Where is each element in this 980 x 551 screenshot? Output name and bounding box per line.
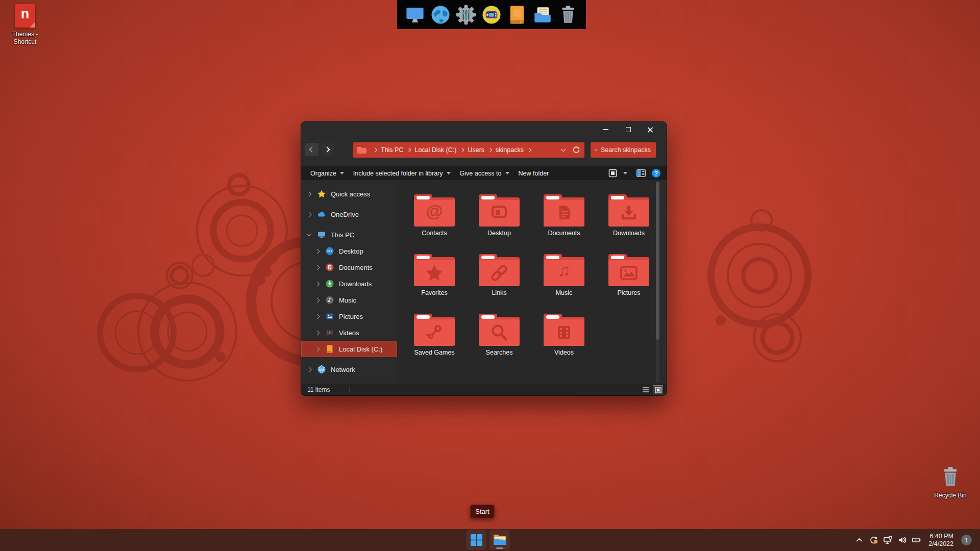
drive-icon[interactable] [506,4,528,26]
battery-charging-icon[interactable] [912,536,921,544]
music-circle-icon [325,295,334,305]
folder-tile-videos[interactable]: Videos [534,313,594,373]
folder-tile-links[interactable]: Links [469,254,529,313]
folder-tile-searches[interactable]: Searches [469,313,529,373]
sidebar-item-onedrive[interactable]: OneDrive [301,206,397,222]
folder-tile-contacts[interactable]: @ Contacts [404,194,464,254]
folded-corner [30,22,35,28]
sidebar-item-videos[interactable]: Videos [301,324,397,341]
file-explorer-taskbar-button[interactable] [489,530,510,550]
folder-tile-desktop[interactable]: Desktop [469,194,529,254]
videos-folder-icon [544,313,584,346]
chevron-right-icon[interactable] [307,367,312,372]
desktop-circle-icon [325,246,334,256]
give-access-menu[interactable]: Give access to [460,170,509,177]
sidebar-item-downloads[interactable]: Downloads [301,276,397,292]
address-bar[interactable]: This PC Local Disk (C:) Users skinpacks [353,142,584,158]
folder-tile-documents[interactable]: Documents [534,194,594,254]
change-view-icon[interactable] [608,169,617,178]
breadcrumb-this-pc[interactable]: This PC [381,146,403,154]
recycle-bin[interactable]: Recycle Bin [931,465,970,499]
desktop-shortcut-themes[interactable]: n Themes - Shortcut [5,4,45,46]
breadcrumb-local-disk[interactable]: Local Disk (C:) [414,146,456,154]
taskbar-clock[interactable]: 6:40 PM 2/4/2022 [928,533,953,548]
item-count: 11 items [307,386,330,393]
forward-button[interactable] [321,143,334,156]
hidden-icons-chevron-icon[interactable] [855,536,864,544]
downloads-folder-icon [608,194,649,227]
folder-tile-music[interactable]: ♫ Music [534,254,594,313]
chevron-right-icon[interactable] [315,330,320,335]
sidebar-item-documents[interactable]: Documents [301,259,397,276]
network-display-icon[interactable] [884,536,892,544]
display-icon[interactable] [404,4,426,26]
status-bar: 11 items [301,384,667,395]
command-toolbar: Organize Include selected folder in libr… [301,166,667,180]
saved-games-folder-icon [414,313,455,346]
chevron-right-icon[interactable] [315,248,320,254]
running-indicator [496,547,503,549]
sidebar-item-desktop[interactable]: Desktop [301,243,397,259]
chevron-down-icon[interactable] [307,232,312,237]
chevron-right-icon[interactable] [315,297,320,303]
trash-icon[interactable] [557,4,579,26]
large-icons-view-button[interactable] [653,386,663,394]
favorites-folder-icon [414,254,455,286]
sidebar-item-pictures[interactable]: Pictures [301,308,397,324]
breadcrumb-users[interactable]: Users [468,146,484,154]
music-note-glyph: ♫ [544,261,584,280]
include-in-library-menu[interactable]: Include selected folder in library [353,170,451,177]
sidebar-item-local-disk-c[interactable]: Local Disk (C:) [301,341,397,357]
new-folder-button[interactable]: New folder [519,170,549,177]
scrollbar-thumb[interactable] [656,182,659,340]
folder-tile-pictures[interactable]: Pictures [599,254,659,313]
recycle-bin-label: Recycle Bin [931,492,970,499]
pictures-folder-icon [608,254,649,286]
folder-icon [357,147,366,154]
folder-tile-downloads[interactable]: Downloads [599,194,659,254]
file-manager-icon[interactable] [532,4,553,26]
scrollbar[interactable] [656,182,659,383]
games-icon[interactable] [481,4,502,26]
view-dropdown-caret-icon[interactable] [623,172,627,174]
chevron-right-icon[interactable] [315,346,320,352]
chevron-right-icon[interactable] [315,265,320,270]
chevron-right-icon[interactable] [315,314,320,319]
sync-status-icon[interactable] [869,536,878,544]
sidebar-item-music[interactable]: Music [301,292,397,308]
preview-pane-icon[interactable] [636,169,646,177]
search-box[interactable] [591,142,656,158]
dropdown-caret-icon [447,172,451,174]
contacts-folder-icon: @ [414,194,455,227]
start-button[interactable] [466,530,486,550]
maximize-button[interactable] [618,122,639,137]
help-icon[interactable]: ? [652,169,660,178]
breadcrumb-separator [373,148,377,152]
organize-menu[interactable]: Organize [310,170,344,177]
details-view-button[interactable] [641,386,650,394]
close-button[interactable] [640,122,660,137]
address-dropdown-icon[interactable] [561,147,566,152]
globe-icon[interactable] [430,4,451,26]
settings-gear-icon[interactable] [455,4,477,26]
sidebar-item-network[interactable]: Network [301,361,397,378]
local-disk-icon [325,344,334,354]
back-button[interactable] [305,143,318,156]
refresh-icon[interactable] [572,146,580,154]
dropdown-caret-icon [505,172,509,174]
chevron-right-icon[interactable] [307,191,312,196]
documents-circle-icon [325,263,334,272]
sidebar-item-this-pc[interactable]: This PC [301,227,397,243]
chevron-right-icon[interactable] [307,212,312,217]
folder-tile-saved-games[interactable]: Saved Games [404,313,464,373]
breadcrumb-skinpacks[interactable]: skinpacks [496,146,524,154]
pictures-icon [325,312,334,321]
folder-tile-favorites[interactable]: Favorites [404,254,464,313]
search-input[interactable] [601,146,652,154]
volume-icon[interactable] [898,536,906,544]
minimize-button[interactable] [595,122,616,137]
notification-badge[interactable]: 1 [961,535,972,545]
chevron-right-icon[interactable] [315,281,320,286]
title-bar [301,122,667,137]
sidebar-item-quick-access[interactable]: Quick access [301,186,397,202]
